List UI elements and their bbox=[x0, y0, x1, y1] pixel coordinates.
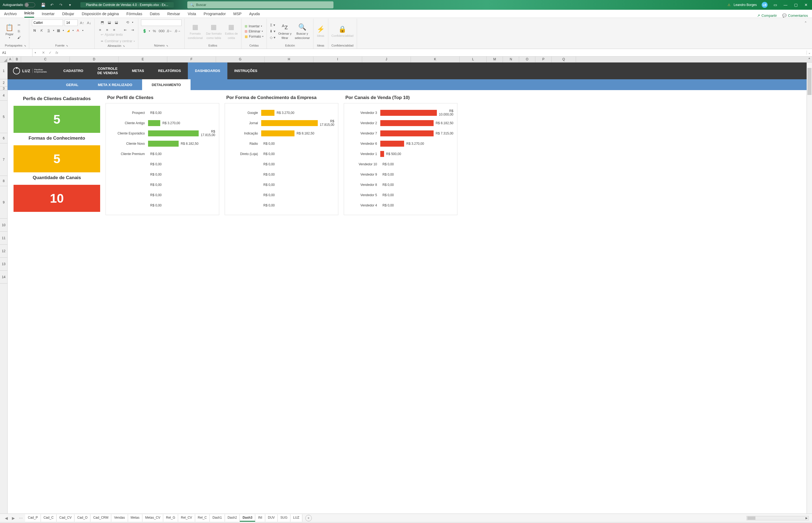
filename[interactable]: Planilha de Controle de Vendas 4.0 - Exe… bbox=[81, 2, 174, 7]
align-middle-icon[interactable]: ⬓ bbox=[107, 19, 112, 25]
minimize-icon[interactable]: — bbox=[783, 3, 788, 7]
tab-inicio[interactable]: Inicio bbox=[24, 10, 34, 18]
accounting-icon[interactable]: 💲 bbox=[142, 28, 147, 34]
sheet-nav-prev-icon[interactable]: ◀ bbox=[3, 516, 10, 520]
row-header[interactable]: 14 bbox=[0, 271, 7, 284]
nav-cadastro[interactable]: CADASTRO bbox=[56, 62, 90, 79]
align-bottom-icon[interactable]: ⬓ bbox=[114, 19, 119, 25]
merge-center-button[interactable]: ⬌Combinar y centrar▾ bbox=[100, 39, 135, 43]
expand-formula-icon[interactable]: ⌄ bbox=[807, 51, 812, 55]
group-alignment[interactable]: Alineación bbox=[98, 43, 135, 48]
col-header[interactable]: P bbox=[535, 57, 552, 62]
number-format-select[interactable] bbox=[141, 19, 182, 26]
comments-button[interactable]: 💬Comentarios bbox=[782, 14, 808, 18]
name-box[interactable]: A1 bbox=[0, 49, 33, 56]
nav-controle[interactable]: CONTROLE DE VENDAS bbox=[90, 62, 125, 79]
sheet-tab[interactable]: INI bbox=[255, 515, 265, 522]
autosave-toggle[interactable]: Autoguardado bbox=[3, 2, 35, 7]
align-left-icon[interactable]: ≡ bbox=[98, 27, 103, 33]
maximize-icon[interactable]: ▢ bbox=[793, 3, 798, 7]
align-top-icon[interactable]: ⬒ bbox=[100, 19, 105, 25]
orientation-icon[interactable]: ⟲ bbox=[125, 19, 130, 25]
group-clipboard[interactable]: Portapapeles bbox=[5, 43, 26, 48]
col-header[interactable]: G bbox=[216, 57, 265, 62]
font-color-icon[interactable]: A bbox=[75, 28, 81, 33]
tab-vista[interactable]: Vista bbox=[188, 10, 196, 18]
decrease-font-icon[interactable]: A↓ bbox=[86, 20, 92, 25]
add-sheet-button[interactable]: + bbox=[305, 515, 312, 521]
sheet-tab[interactable]: Cad_CRM bbox=[90, 515, 111, 522]
qat-more-icon[interactable]: ▾ bbox=[67, 2, 72, 7]
col-header[interactable]: A bbox=[7, 57, 13, 62]
cut-icon[interactable]: ✂ bbox=[16, 22, 22, 28]
nav-instrucoes[interactable]: INSTRUÇÕES bbox=[227, 62, 264, 79]
col-header[interactable]: M bbox=[487, 57, 503, 62]
format-painter-icon[interactable]: 🖌 bbox=[16, 35, 22, 40]
col-header[interactable]: B bbox=[13, 57, 21, 62]
row-header[interactable]: 4 bbox=[0, 90, 7, 101]
sheet-tab[interactable]: Rel_C bbox=[195, 515, 210, 522]
bold-button[interactable]: N bbox=[32, 28, 37, 33]
align-right-icon[interactable]: ≡ bbox=[111, 27, 117, 33]
sheet-tab[interactable]: DUV bbox=[265, 515, 278, 522]
row-header[interactable]: 7 bbox=[0, 143, 7, 176]
font-name-select[interactable] bbox=[32, 19, 63, 26]
row-header[interactable]: 3 bbox=[0, 87, 7, 90]
col-header[interactable]: O bbox=[519, 57, 535, 62]
sheet-tab[interactable]: Dash2 bbox=[225, 515, 240, 522]
sort-filter-button[interactable]: ᴬzOrdenar yfiltrar bbox=[278, 22, 292, 40]
borders-icon[interactable]: ▦ bbox=[56, 28, 61, 33]
format-cells-button[interactable]: ▦Formato▾ bbox=[244, 34, 264, 39]
ribbon-display-icon[interactable]: ▭ bbox=[773, 3, 778, 7]
save-icon[interactable]: 💾 bbox=[41, 2, 46, 7]
toggle-pill-icon[interactable] bbox=[24, 2, 35, 7]
namebox-chevron-icon[interactable]: ▼ bbox=[33, 51, 38, 54]
increase-font-icon[interactable]: A↑ bbox=[79, 20, 85, 25]
underline-button[interactable]: S bbox=[46, 28, 51, 33]
formula-input[interactable] bbox=[62, 52, 807, 53]
share-button[interactable]: ↗Compartir bbox=[757, 14, 777, 18]
tab-datos[interactable]: Datos bbox=[150, 10, 160, 18]
percent-icon[interactable]: % bbox=[152, 28, 157, 34]
close-icon[interactable]: ✕ bbox=[804, 3, 809, 7]
sheet-tab[interactable]: Rel_CV bbox=[178, 515, 195, 522]
tab-dibujar[interactable]: Dibujar bbox=[62, 10, 74, 18]
find-select-button[interactable]: 🔍Buscar yseleccionar bbox=[294, 22, 311, 40]
col-header[interactable]: E bbox=[119, 57, 167, 62]
ideas-button[interactable]: ⚡Ideas bbox=[316, 24, 325, 38]
user-avatar[interactable]: LB bbox=[762, 2, 767, 8]
tab-revisar[interactable]: Revisar bbox=[167, 10, 180, 18]
collapse-ribbon-icon[interactable]: ⌃ bbox=[801, 19, 810, 49]
col-header[interactable]: I bbox=[314, 57, 362, 62]
col-header[interactable]: D bbox=[70, 57, 119, 62]
sheet-tab[interactable]: Metas_CV bbox=[142, 515, 163, 522]
increase-decimal-icon[interactable]: .0← bbox=[166, 28, 173, 34]
subtab-detalhamento[interactable]: DETALHAMENTO bbox=[142, 79, 191, 90]
tab-insertar[interactable]: Insertar bbox=[42, 10, 54, 18]
paste-button[interactable]: 📋Pegar▾ bbox=[5, 23, 14, 40]
tab-archivo[interactable]: Archivo bbox=[4, 10, 17, 18]
undo-icon[interactable]: ↶ bbox=[50, 2, 54, 7]
col-header[interactable]: F bbox=[167, 57, 216, 62]
sheet-tab[interactable]: LUZ bbox=[290, 515, 302, 522]
sheet-tab[interactable]: Cad_P bbox=[25, 515, 41, 522]
row-header[interactable]: 12 bbox=[0, 245, 7, 257]
confidentiality-button[interactable]: 🔒Confidencialidad bbox=[331, 24, 354, 38]
group-number[interactable]: Número bbox=[141, 43, 182, 48]
subtab-geral[interactable]: GERAL bbox=[56, 79, 88, 90]
decrease-decimal-icon[interactable]: .0→ bbox=[174, 28, 181, 34]
tab-disposicion[interactable]: Disposición de página bbox=[82, 10, 119, 18]
sheet-tab[interactable]: Rel_G bbox=[163, 515, 178, 522]
sheet-nav-next-icon[interactable]: ▶ bbox=[10, 516, 17, 520]
sheet-tab[interactable]: Dash1 bbox=[210, 515, 225, 522]
scroll-up-icon[interactable]: ▲ bbox=[807, 57, 812, 62]
enter-formula-icon[interactable]: ✓ bbox=[49, 51, 52, 55]
tab-formulas[interactable]: Fórmulas bbox=[126, 10, 142, 18]
hscroll-right-icon[interactable]: ▶ bbox=[805, 516, 809, 520]
row-header[interactable]: 5 bbox=[0, 101, 7, 133]
italic-button[interactable]: K bbox=[39, 28, 45, 33]
tab-msp[interactable]: MSP bbox=[233, 10, 242, 18]
row-header[interactable]: 9 bbox=[0, 186, 7, 219]
fx-icon[interactable]: fx bbox=[55, 51, 58, 55]
col-header[interactable]: L bbox=[460, 57, 487, 62]
